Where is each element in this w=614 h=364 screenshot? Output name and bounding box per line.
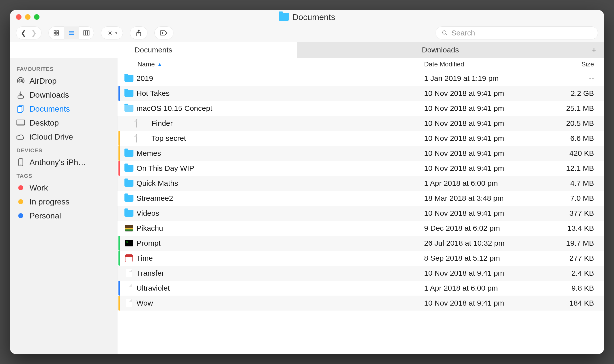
svg-point-13 bbox=[443, 31, 446, 34]
sidebar-item-icloud-drive[interactable]: iCloud Drive bbox=[10, 130, 117, 144]
file-date: 10 Nov 2018 at 9:41 pm bbox=[424, 209, 529, 217]
column-headers: Name ▲ Date Modified Size bbox=[117, 58, 604, 71]
view-switcher bbox=[48, 26, 94, 39]
column-header-date[interactable]: Date Modified bbox=[424, 60, 529, 68]
titlebar: Documents bbox=[10, 10, 604, 24]
svg-rect-18 bbox=[18, 106, 22, 112]
sidebar-section-tags: TAGS bbox=[10, 169, 117, 181]
sidebar-device[interactable]: Anthony's iPh… bbox=[10, 155, 117, 169]
file-row[interactable]: Memes10 Nov 2018 at 9:41 pm420 KB bbox=[117, 146, 604, 161]
file-size: 25.1 MB bbox=[529, 104, 594, 113]
share-button[interactable] bbox=[130, 26, 147, 39]
document-icon bbox=[126, 299, 132, 307]
search-icon bbox=[442, 30, 448, 36]
file-date: 10 Nov 2018 at 9:41 pm bbox=[424, 299, 529, 307]
minimize-window-button[interactable] bbox=[25, 14, 30, 20]
sidebar-item-label: Desktop bbox=[29, 118, 59, 128]
file-name: Top secret bbox=[151, 134, 186, 143]
image-icon bbox=[125, 225, 133, 231]
file-list: Name ▲ Date Modified Size 20191 Jan 2019… bbox=[117, 58, 604, 354]
file-row[interactable]: Top secret10 Nov 2018 at 9:41 pm6.6 MB bbox=[117, 131, 604, 146]
file-size: 277 KB bbox=[529, 254, 594, 262]
file-row[interactable]: Videos10 Nov 2018 at 9:41 pm377 KB bbox=[117, 206, 604, 221]
file-size: 13.4 KB bbox=[529, 224, 594, 232]
document-icon bbox=[136, 134, 137, 143]
file-row[interactable]: Quick Maths1 Apr 2018 at 6:00 pm4.7 MB bbox=[117, 176, 604, 191]
file-name: Quick Maths bbox=[136, 179, 178, 187]
icon-view-button[interactable] bbox=[49, 26, 64, 39]
file-row[interactable]: Prompt26 Jul 2018 at 10:32 pm19.7 MB bbox=[117, 236, 604, 251]
file-name: 2019 bbox=[136, 74, 153, 83]
file-date: 1 Apr 2018 at 6:00 pm bbox=[424, 179, 529, 187]
forward-button[interactable]: ❯ bbox=[31, 29, 37, 37]
tag-stripe bbox=[118, 131, 120, 146]
sidebar-tag-in-progress[interactable]: In progress bbox=[10, 195, 117, 209]
file-name: Finder bbox=[151, 119, 173, 128]
back-button[interactable]: ❮ bbox=[21, 29, 26, 37]
tab-downloads[interactable]: Downloads bbox=[297, 42, 584, 58]
file-row[interactable]: Transfer10 Nov 2018 at 9:41 pm2.4 KB bbox=[117, 266, 604, 281]
file-row[interactable]: Streamee218 Mar 2018 at 3:48 pm7.0 MB bbox=[117, 191, 604, 206]
action-menu-button[interactable]: ▾ bbox=[101, 26, 123, 39]
file-row[interactable]: Time8 Sep 2018 at 5:12 pm277 KB bbox=[117, 251, 604, 266]
file-date: 10 Nov 2018 at 9:41 pm bbox=[424, 134, 529, 143]
tag-stripe bbox=[118, 161, 120, 176]
column-view-button[interactable] bbox=[79, 26, 94, 39]
sidebar: FAVOURITES AirDropDownloadsDocumentsDesk… bbox=[10, 58, 117, 354]
list-view-button[interactable] bbox=[64, 26, 79, 39]
file-row[interactable]: Finder10 Nov 2018 at 9:41 pm20.5 MB bbox=[117, 116, 604, 131]
file-size: -- bbox=[529, 74, 594, 83]
file-size: 12.1 MB bbox=[529, 164, 594, 173]
search-field[interactable] bbox=[436, 26, 598, 39]
file-name: Videos bbox=[136, 209, 159, 217]
download-icon bbox=[16, 91, 25, 99]
tag-stripe bbox=[118, 206, 120, 221]
sidebar-tag-work[interactable]: Work bbox=[10, 181, 117, 195]
airdrop-icon bbox=[16, 77, 25, 85]
sidebar-item-documents[interactable]: Documents bbox=[10, 102, 117, 116]
tab-documents[interactable]: Documents bbox=[10, 42, 297, 58]
file-row[interactable]: 20191 Jan 2019 at 1:19 pm-- bbox=[117, 71, 604, 86]
sidebar-tag-personal[interactable]: Personal bbox=[10, 209, 117, 223]
sidebar-item-desktop[interactable]: Desktop bbox=[10, 116, 117, 130]
sort-ascending-icon: ▲ bbox=[157, 61, 162, 67]
file-date: 10 Nov 2018 at 9:41 pm bbox=[424, 269, 529, 277]
file-name: Hot Takes bbox=[136, 89, 170, 98]
svg-line-14 bbox=[446, 34, 447, 35]
file-row[interactable]: Ultraviolet1 Apr 2018 at 6:00 pm9.8 KB bbox=[117, 281, 604, 296]
tag-icon bbox=[160, 30, 168, 36]
terminal-icon bbox=[125, 240, 133, 246]
folder-icon bbox=[124, 150, 133, 157]
document-icon bbox=[126, 284, 132, 292]
tags-button[interactable] bbox=[154, 26, 173, 39]
sidebar-item-airdrop[interactable]: AirDrop bbox=[10, 74, 117, 88]
sidebar-item-downloads[interactable]: Downloads bbox=[10, 88, 117, 102]
file-size: 420 KB bbox=[529, 149, 594, 158]
column-header-size[interactable]: Size bbox=[529, 60, 594, 68]
zoom-window-button[interactable] bbox=[34, 14, 39, 20]
tag-stripe bbox=[118, 71, 120, 86]
file-row[interactable]: On This Day WIP10 Nov 2018 at 9:41 pm12.… bbox=[117, 161, 604, 176]
tag-stripe bbox=[118, 221, 120, 236]
search-input[interactable] bbox=[451, 29, 592, 37]
file-row[interactable]: Hot Takes10 Nov 2018 at 9:41 pm2.2 GB bbox=[117, 86, 604, 101]
file-date: 18 Mar 2018 at 3:48 pm bbox=[424, 194, 529, 202]
close-window-button[interactable] bbox=[16, 14, 21, 20]
file-row[interactable]: Pikachu9 Dec 2018 at 6:02 pm13.4 KB bbox=[117, 221, 604, 236]
file-row[interactable]: macOS 10.15 Concept10 Nov 2018 at 9:41 p… bbox=[117, 101, 604, 116]
file-size: 2.4 KB bbox=[529, 269, 594, 277]
file-date: 10 Nov 2018 at 9:41 pm bbox=[424, 119, 529, 128]
file-row[interactable]: Wow10 Nov 2018 at 9:41 pm184 KB bbox=[117, 296, 604, 311]
folder-icon bbox=[124, 210, 133, 217]
file-date: 10 Nov 2018 at 9:41 pm bbox=[424, 149, 529, 158]
column-header-name[interactable]: Name ▲ bbox=[137, 60, 424, 68]
tag-stripe bbox=[118, 101, 120, 116]
chevron-down-icon: ▾ bbox=[115, 31, 117, 35]
sidebar-item-label: In progress bbox=[29, 197, 69, 206]
folder-icon bbox=[279, 13, 289, 21]
file-name: Ultraviolet bbox=[136, 284, 170, 292]
new-tab-button[interactable]: + bbox=[584, 42, 604, 58]
cloud-icon bbox=[16, 133, 25, 141]
gear-icon bbox=[107, 30, 113, 36]
phone-icon bbox=[16, 158, 25, 167]
